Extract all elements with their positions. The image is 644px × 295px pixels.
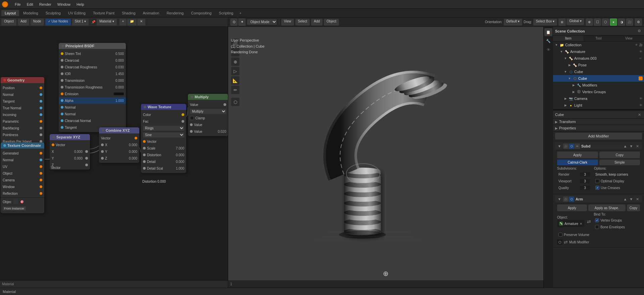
simple-btn[interactable]: Simple xyxy=(599,160,640,165)
overlay-icon[interactable]: ⊕ xyxy=(586,18,593,26)
tab-shading[interactable]: Shading xyxy=(118,10,139,16)
properties-section-header[interactable]: ▶ Properties xyxy=(553,125,644,131)
xray-icon[interactable]: ☐ xyxy=(594,18,601,26)
arm-object-clear[interactable]: ✕ xyxy=(580,222,582,226)
ne-browse-btn[interactable]: 📁 xyxy=(127,19,137,25)
subd-toggle[interactable]: ▼ xyxy=(557,144,562,149)
swap-icon[interactable]: ⇄ xyxy=(587,219,591,224)
arm-down[interactable]: ▼ xyxy=(629,196,634,202)
arm-vis-eye[interactable]: 👁 xyxy=(639,50,643,54)
outliner-tab-view[interactable]: View xyxy=(614,36,644,41)
arm-up[interactable]: ▲ xyxy=(623,196,628,202)
nav-annotate-btn[interactable]: ✏ xyxy=(231,85,240,94)
arm-object-field[interactable]: 🦴 Armature ✕ xyxy=(557,220,584,227)
bone-envelopes-checkbox[interactable] xyxy=(595,225,599,229)
principled-bsdf-node[interactable]: Principled BSDF Sheen Tint 0.500 Clearco… xyxy=(59,43,126,132)
emission-swatch[interactable] xyxy=(114,93,124,95)
wave-texture-node[interactable]: Wave Texture Color Fac Rings Bands xyxy=(141,104,186,173)
multiply-node[interactable]: Multiply Value Multiply Add xyxy=(188,94,228,136)
tab-modeling[interactable]: Modeling xyxy=(20,10,42,16)
subd-edit-mode[interactable]: ✏ xyxy=(575,143,580,149)
subd-close[interactable]: ✕ xyxy=(635,143,640,149)
ne-unlink-btn[interactable]: ✕ xyxy=(137,19,145,25)
transform-section-header[interactable]: ▶ Transform xyxy=(553,119,644,125)
subd-copy-btn[interactable]: Copy xyxy=(599,152,640,158)
tab-item[interactable]: 📋 xyxy=(544,28,552,36)
light-vis-eye[interactable]: 👁 xyxy=(639,103,643,107)
optimal-checkbox[interactable] xyxy=(595,179,599,183)
tree-pose[interactable]: ▶ 🦴 Pose xyxy=(553,62,644,68)
object-swatch[interactable] xyxy=(13,199,18,204)
tree-camera[interactable]: ▶ 📷 Camera 👁 xyxy=(553,95,644,102)
snap-icon[interactable]: ⊞ xyxy=(558,18,566,26)
menu-window[interactable]: Window xyxy=(55,2,73,7)
node-row-wave-type[interactable]: Rings Bands xyxy=(141,125,186,131)
ne-material-btn[interactable]: Material ▾ xyxy=(97,19,116,25)
props-close[interactable]: ✕ xyxy=(637,112,642,117)
object-picker-icon[interactable]: 🎯 xyxy=(20,200,24,203)
3d-viewport[interactable]: 🎥 ↔ ⊕ ▷ 📐 ✏ ⬡ User Perspective (1) Colle… xyxy=(228,27,543,288)
tree-vertex-groups[interactable]: ▶ Ⓥ Vertex Groups xyxy=(553,88,644,95)
arm-apply-btn[interactable]: Apply xyxy=(557,204,587,211)
arm-apply-shape-btn[interactable]: Apply as Shape. xyxy=(588,204,626,211)
vis-render[interactable]: 🎥 xyxy=(639,43,643,47)
catmull-clark-btn[interactable]: Catmul-Clark xyxy=(557,160,598,165)
tab-scripting[interactable]: Scripting xyxy=(215,10,237,16)
arm-viewport-mode[interactable]: ⬡ xyxy=(569,196,574,202)
node-canvas[interactable]: Principled BSDF Sheen Tint 0.500 Clearco… xyxy=(0,27,228,280)
outliner-tab-item[interactable]: Item xyxy=(553,36,583,41)
nav-cursor-btn[interactable]: ⊕ xyxy=(231,57,240,66)
transform-select[interactable]: Global ▾ xyxy=(566,18,584,25)
combine-xyz-node[interactable]: Combine XYZ Vector X 0.000 Y xyxy=(99,127,139,163)
add-modifier-btn[interactable]: Add Modifier xyxy=(555,133,642,139)
tab-compositing[interactable]: Compositing xyxy=(188,10,215,16)
mult-clamp-checkbox[interactable] xyxy=(190,116,194,120)
vis-eye[interactable]: 👁 xyxy=(634,43,638,47)
vp-mode-icon[interactable]: ⊙ xyxy=(230,18,238,26)
from-instancer-btn[interactable]: From Instancer xyxy=(3,206,26,211)
texture-coordinate-node[interactable]: Texture Coordinate Generated Normal UV xyxy=(1,142,44,213)
ne-node-btn[interactable]: Node xyxy=(31,19,44,25)
arm-copy-btn[interactable]: Copy xyxy=(627,204,640,211)
orientation-select[interactable]: Default ▾ xyxy=(504,19,522,25)
nav-select-btn[interactable]: ▷ xyxy=(231,67,240,75)
options-icon[interactable]: ⚙ xyxy=(635,18,642,26)
tree-armature[interactable]: ▼ 🦴 Armature 👁 xyxy=(553,48,644,55)
separate-xyz-node[interactable]: Separate XYZ Vector X 0.000 Y 0.000 xyxy=(50,134,90,170)
node-row-wave-profile[interactable]: Sine Saw xyxy=(141,131,186,138)
ne-use-nodes-btn[interactable]: ✓ Use Nodes xyxy=(45,19,71,25)
vp-pivot-icon[interactable]: ✦ xyxy=(238,18,246,26)
tree-collection[interactable]: ▼ 📁 Collection 👁 🎥 xyxy=(553,42,644,48)
tab-texture-paint[interactable]: Texture Paint xyxy=(90,10,118,16)
cam-vis-eye[interactable]: 👁 xyxy=(639,97,643,101)
ne-object-btn[interactable]: Object xyxy=(1,19,16,25)
node-row-mult-type[interactable]: Multiply Add xyxy=(188,108,228,115)
subd-viewport-mode[interactable]: ⬡ xyxy=(569,143,574,149)
drag-select[interactable]: Select Box ▾ xyxy=(533,19,557,25)
tab-view[interactable]: 👁 xyxy=(544,46,552,54)
menu-help[interactable]: Help xyxy=(74,2,87,7)
tree-armature-003[interactable]: ▼ 🦴 Armature.003 ✏ xyxy=(553,55,644,62)
tree-cube-parent[interactable]: ▼ ⬡ Cube xyxy=(553,68,644,75)
multi-mod-icon[interactable]: ⬡ xyxy=(557,239,562,245)
ne-add-btn[interactable]: Add xyxy=(18,19,29,25)
tab-layout[interactable]: Layout xyxy=(1,10,19,16)
preserve-volume-checkbox[interactable] xyxy=(558,233,562,237)
ne-slot-btn[interactable]: Slot 1 ▾ xyxy=(72,19,89,25)
use-creases-checkbox[interactable]: ✓ xyxy=(595,186,599,190)
tab-uv-editing[interactable]: UV Editing xyxy=(65,10,89,16)
solid-icon[interactable]: ● xyxy=(610,18,617,26)
filter-icon[interactable]: ⚙ xyxy=(637,28,642,34)
arm-render-mode[interactable]: 🎥 xyxy=(563,196,568,202)
arm-close[interactable]: ✕ xyxy=(635,196,640,202)
tab-sculpting[interactable]: Sculpting xyxy=(42,10,64,16)
vp-view-btn[interactable]: View xyxy=(281,19,294,25)
vp-add-btn[interactable]: Add xyxy=(311,19,323,25)
ne-new-btn[interactable]: + xyxy=(119,19,127,25)
tree-cube[interactable]: ▼ ⬡ Cube xyxy=(553,75,644,82)
wave-profile-dropdown[interactable]: Sine Saw xyxy=(143,132,184,137)
subd-down[interactable]: ▼ xyxy=(629,143,634,149)
tab-add[interactable]: + xyxy=(237,10,243,16)
menu-render[interactable]: Render xyxy=(37,2,54,7)
tab-tool[interactable]: 🔧 xyxy=(544,37,552,45)
